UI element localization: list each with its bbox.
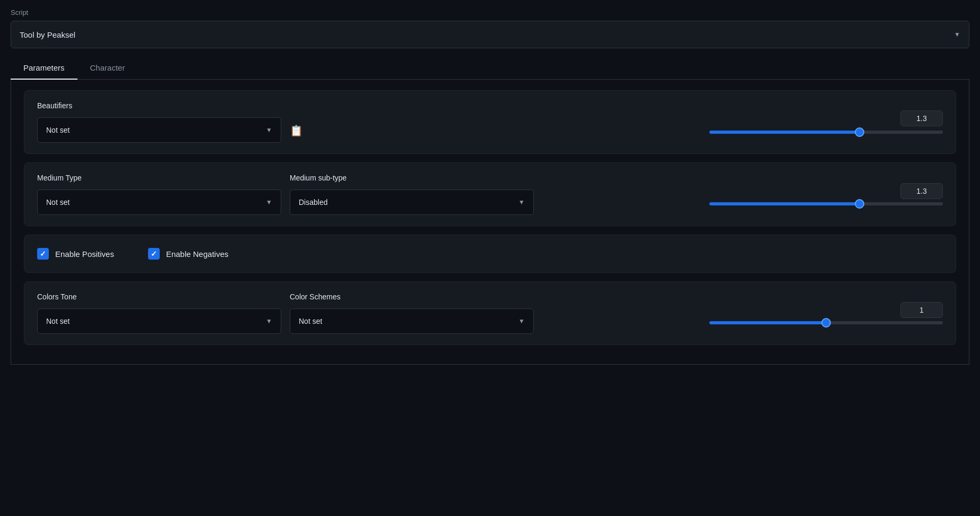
beautifiers-dropdown-value: Not set [46,126,70,134]
check-icon: ✓ [151,250,157,258]
chevron-down-icon: ▼ [518,199,525,206]
check-icon: ✓ [40,250,46,258]
colors-slider[interactable] [709,321,943,324]
beautifiers-slider-value: 1.3 [900,110,943,126]
beautifiers-label: Beautifiers [37,101,72,110]
tabs-bar: Parameters Character [11,57,969,80]
colors-tone-label: Colors Tone [37,293,281,301]
tab-parameters[interactable]: Parameters [11,57,77,80]
enable-negatives-checkbox[interactable]: ✓ [148,248,160,260]
colors-tone-value: Not set [46,317,70,325]
medium-slider[interactable] [709,202,943,205]
colors-slider-value: 1 [900,302,943,318]
enable-negatives-item[interactable]: ✓ Enable Negatives [148,248,229,260]
enable-positives-item[interactable]: ✓ Enable Positives [37,248,114,260]
chevron-down-icon: ▼ [954,31,960,38]
tab-character[interactable]: Character [77,57,138,80]
beautifiers-dropdown[interactable]: Not set ▼ [37,117,281,143]
enable-positives-label: Enable Positives [55,250,114,259]
enable-negatives-label: Enable Negatives [166,250,229,259]
medium-subtype-dropdown[interactable]: Disabled ▼ [290,190,534,215]
document-icon: 📋 [290,124,303,137]
medium-type-label: Medium Type [37,174,281,182]
colors-section: Colors Tone Not set ▼ Color Schemes Not … [24,281,956,345]
color-schemes-dropdown[interactable]: Not set ▼ [290,308,534,334]
medium-section: Medium Type Not set ▼ Medium sub-type Di… [24,162,956,226]
colors-tone-dropdown[interactable]: Not set ▼ [37,308,281,334]
medium-slider-value: 1.3 [900,183,943,199]
chevron-down-icon: ▼ [266,126,272,134]
chevron-down-icon: ▼ [266,317,272,325]
medium-subtype-label: Medium sub-type [290,174,534,182]
color-schemes-value: Not set [299,317,322,325]
chevron-down-icon: ▼ [518,317,525,325]
beautifiers-slider-container [709,131,943,134]
medium-type-value: Not set [46,198,70,207]
enable-positives-checkbox[interactable]: ✓ [37,248,49,260]
checkboxes-section: ✓ Enable Positives ✓ Enable Negatives [24,235,956,273]
beautifiers-section: Beautifiers Not set ▼ 📋 1.3 [24,90,956,154]
chevron-down-icon: ▼ [266,199,272,206]
beautifiers-slider[interactable] [709,131,943,134]
script-dropdown-value: Tool by Peaksel [20,30,75,39]
color-schemes-label: Color Schemes [290,293,534,301]
content-area: Beautifiers Not set ▼ 📋 1.3 [11,80,969,365]
medium-type-dropdown[interactable]: Not set ▼ [37,190,281,215]
script-label: Script [11,8,969,16]
script-dropdown[interactable]: Tool by Peaksel ▼ [11,21,969,48]
medium-subtype-value: Disabled [299,198,327,207]
